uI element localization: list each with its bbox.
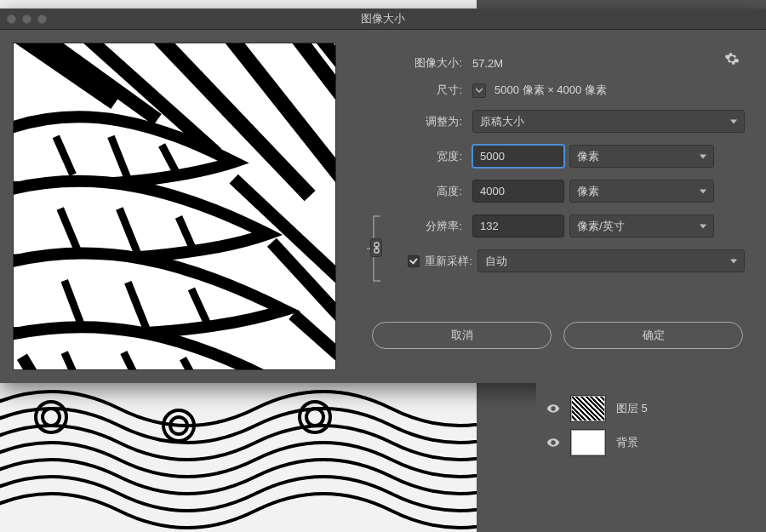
maximize-window-button[interactable] [37, 14, 47, 24]
constrain-proportions-toggle[interactable] [370, 238, 382, 257]
resample-value: 自动 [485, 254, 507, 269]
dialog-buttons: 取消 确定 [370, 322, 745, 349]
height-unit-select[interactable]: 像素 [569, 180, 714, 203]
image-size-dialog: 图像大小 [0, 9, 766, 383]
height-unit-value: 像素 [577, 184, 599, 199]
resample-checkbox[interactable] [408, 255, 420, 267]
layer-row[interactable]: 图层 5 [536, 392, 766, 426]
dialog-titlebar[interactable]: 图像大小 [0, 9, 766, 30]
dimensions-value: 5000 像素 × 4000 像素 [494, 83, 607, 98]
layer-thumbnail[interactable] [570, 395, 606, 422]
dialog-title: 图像大小 [361, 11, 405, 26]
dialog-body: 图像大小: 57.2M 尺寸: 5000 像素 × 4000 像素 [0, 30, 766, 383]
image-size-info-row: 图像大小: 57.2M [370, 55, 745, 71]
resample-label: 重新采样: [425, 254, 472, 269]
resolution-label: 分辨率: [386, 219, 467, 234]
close-window-button[interactable] [7, 14, 16, 24]
window-controls [7, 14, 47, 24]
resample-row: 重新采样: 自动 [370, 249, 745, 272]
cancel-button[interactable]: 取消 [372, 322, 552, 349]
resolution-input[interactable] [472, 215, 564, 237]
width-input[interactable] [472, 145, 564, 168]
gear-icon[interactable] [724, 51, 740, 69]
link-bracket [367, 215, 386, 283]
fit-to-select[interactable]: 原稿大小 [472, 110, 745, 133]
resolution-unit-value: 像素/英寸 [577, 219, 625, 234]
resample-method-select[interactable]: 自动 [477, 249, 745, 272]
dimensions-label: 尺寸: [370, 83, 467, 98]
minimize-window-button[interactable] [22, 14, 31, 24]
image-size-value: 57.2M [472, 57, 503, 70]
layer-thumbnail[interactable] [570, 429, 606, 456]
width-row: 宽度: 像素 [386, 145, 745, 168]
visibility-eye-icon[interactable] [546, 402, 560, 415]
layer-name[interactable]: 图层 5 [616, 401, 648, 416]
image-size-label: 图像大小: [370, 55, 467, 71]
height-row: 高度: 像素 [386, 180, 745, 203]
cancel-label: 取消 [451, 328, 473, 343]
visibility-eye-icon[interactable] [546, 436, 560, 449]
width-label: 宽度: [386, 149, 467, 164]
dimensions-unit-toggle[interactable] [472, 83, 486, 98]
resolution-row: 分辨率: 像素/英寸 [386, 215, 745, 237]
fit-to-label: 调整为: [386, 114, 467, 129]
fit-to-row: 调整为: 原稿大小 [386, 110, 745, 133]
resolution-unit-select[interactable]: 像素/英寸 [569, 215, 714, 237]
form-area: 图像大小: 57.2M 尺寸: 5000 像素 × 4000 像素 [353, 43, 753, 370]
height-input[interactable] [472, 180, 564, 203]
height-label: 高度: [386, 184, 467, 199]
layers-panel: 图层 5 背景 [536, 383, 766, 532]
width-unit-value: 像素 [577, 149, 599, 164]
fit-to-value: 原稿大小 [480, 114, 524, 129]
dimensions-row: 尺寸: 5000 像素 × 4000 像素 [370, 83, 745, 98]
ok-label: 确定 [643, 328, 665, 343]
ok-button[interactable]: 确定 [563, 322, 743, 349]
width-unit-select[interactable]: 像素 [569, 145, 714, 168]
layer-row[interactable]: 背景 [536, 426, 766, 460]
image-preview[interactable] [13, 43, 336, 370]
layer-name[interactable]: 背景 [616, 435, 638, 450]
